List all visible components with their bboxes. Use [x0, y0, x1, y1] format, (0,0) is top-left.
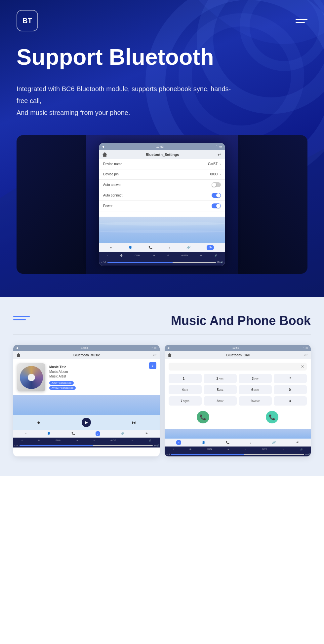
keypad: 1— 2ABC 3DEF * 4GHI 5JKL 6MNO 0· 7PQRS 8… [169, 374, 307, 406]
c-nav-link[interactable]: 🔗 [272, 441, 276, 444]
bt-logo: BT [17, 10, 38, 31]
prev-btn[interactable]: ⏮ [36, 420, 41, 425]
music-controls: ⏮ ▶ ⏭ [13, 415, 160, 430]
setting-power[interactable]: Power [99, 201, 225, 211]
section-lines-icon [13, 316, 30, 320]
avrcp-tag: AVRCP connected [49, 386, 76, 390]
next-btn[interactable]: ⏭ [132, 420, 137, 425]
call-back-icon[interactable]: ↩ [304, 353, 307, 357]
key-2[interactable]: 2ABC [204, 374, 237, 383]
key-0[interactable]: 0· [274, 385, 307, 394]
setting-auto-connect[interactable]: Auto connect [99, 190, 225, 201]
hamburger-menu[interactable] [296, 19, 307, 23]
call-input: ✕ [169, 363, 307, 371]
chevron-icon: › [220, 162, 221, 166]
nav-menu-icon[interactable]: ≡ [110, 246, 112, 249]
redial-btn[interactable]: 📞 [266, 411, 278, 423]
section-divider [13, 335, 311, 335]
home-icon[interactable] [102, 152, 107, 157]
key-4[interactable]: 4GHI [169, 385, 202, 394]
dial-btn[interactable]: 📞 [197, 411, 209, 423]
section-line-1 [13, 316, 30, 317]
music-back-icon[interactable]: ↩ [153, 353, 156, 357]
music-info: Music Title Music Album Music Artist A2D… [49, 365, 77, 390]
status-bar-2: ← 0 ↲ ⊞ 0 🔊 [99, 259, 225, 266]
call-back-arrow: ◀ [167, 346, 169, 349]
music-bottom-nav: ≡ 👤 📞 ♪ 🔗 👁 [13, 430, 160, 438]
key-3[interactable]: 3DEF [239, 374, 272, 383]
music-wave [13, 395, 160, 415]
key-hash[interactable]: # [274, 396, 307, 406]
c-nav-menu-active[interactable]: ≡ [176, 440, 181, 445]
key-7[interactable]: 7PQRS [169, 396, 202, 406]
nav-contact-icon[interactable]: 👤 [128, 246, 132, 249]
section-line-2 [13, 319, 26, 320]
call-bottom-nav: ≡ 👤 📞 ♪ 🔗 👁 [165, 439, 311, 447]
car-screen: ◀ 17:53 ⌃ ▭ Bluetooth_Settings ↩ [99, 143, 225, 266]
setting-device-pin[interactable]: Device pin 0000 › [99, 169, 225, 180]
music-section: Music And Phone Book ◀ 17:53 ⌃ ▭ Bluetoo… [0, 297, 324, 476]
call-wave [165, 429, 311, 439]
setting-auto-answer[interactable]: Auto answer [99, 180, 225, 190]
play-btn[interactable]: ▶ [82, 418, 91, 427]
nav-phone-icon[interactable]: 📞 [148, 246, 152, 249]
music-screen: ◀ 17:53 ⌃ ▭ Bluetooth_Music ↩ ♪ [13, 345, 160, 447]
key-9[interactable]: 9WXYZ [239, 396, 272, 406]
nav-eye-icon[interactable]: 👁 [207, 245, 214, 250]
c-nav-eye[interactable]: 👁 [296, 441, 299, 444]
c-nav-music[interactable]: ♪ [250, 441, 252, 444]
key-star[interactable]: * [274, 374, 307, 383]
key-1[interactable]: 1— [169, 374, 202, 383]
m-status-2: ← 0 ↲ ⊞ 0 🔊 [13, 443, 160, 447]
nav-link-icon[interactable]: 🔗 [186, 246, 190, 249]
c-status-2: ← 0 ↲ ⊞ 0 🔊 [165, 452, 311, 456]
bottom-nav: ≡ 👤 📞 ♪ 🔗 👁 [99, 243, 225, 252]
hero-section: BT Support Bluetooth Integrated with BC6… [0, 0, 324, 297]
power-toggle[interactable] [212, 203, 221, 208]
car-right-panel [238, 135, 307, 274]
c-nav-contact[interactable]: 👤 [202, 441, 205, 444]
wave-area [99, 217, 225, 243]
auto-answer-toggle[interactable] [212, 182, 221, 187]
m-nav-contact[interactable]: 👤 [47, 432, 51, 435]
music-home-icon[interactable] [17, 353, 20, 357]
section-title: Music And Phone Book [171, 314, 311, 328]
m-nav-music-active[interactable]: ♪ [96, 431, 101, 436]
setting-device-name[interactable]: Device name CarBT › [99, 159, 225, 169]
hamburger-line-1 [296, 19, 307, 20]
disc [20, 366, 43, 389]
clear-icon[interactable]: ✕ [301, 364, 304, 369]
hero-description: Integrated with BC6 Bluetooth module, su… [17, 83, 241, 119]
back-arrow: ◀ [102, 145, 104, 148]
music-content: ♪ Music Title Music Album Music Arti [13, 359, 160, 395]
key-8[interactable]: 8TUV [204, 396, 237, 406]
music-nav: Bluetooth_Music ↩ [13, 351, 160, 359]
call-screen-wrapper: ◀ 17:53 ⌃ ▭ Bluetooth_Call ↩ ✕ [165, 345, 311, 456]
call-topbar-time: 17:53 [232, 346, 239, 349]
topbar-time: 17:53 [156, 145, 164, 148]
m-nav-eye[interactable]: 👁 [145, 432, 148, 435]
nav-music-icon[interactable]: ♪ [169, 246, 170, 249]
music-nav-title: Bluetooth_Music [73, 353, 100, 357]
screens-row: ◀ 17:53 ⌃ ▭ Bluetooth_Music ↩ ♪ [13, 345, 311, 456]
key-6[interactable]: 6MNO [239, 385, 272, 394]
key-5[interactable]: 5JKL [204, 385, 237, 394]
car-background: ◀ 17:53 ⌃ ▭ Bluetooth_Settings ↩ [17, 135, 307, 274]
m-nav-phone[interactable]: 📞 [71, 432, 75, 435]
bt-settings-screen: ◀ 17:53 ⌃ ▭ Bluetooth_Settings ↩ [99, 143, 225, 266]
section-header: Music And Phone Book [13, 314, 311, 328]
call-topbar-icons: ⌃ ▭ [303, 346, 308, 349]
m-nav-link[interactable]: 🔗 [121, 432, 124, 435]
topbar-icons: ⌃ ▭ [216, 145, 222, 148]
call-nav: Bluetooth_Call ↩ [165, 351, 311, 359]
auto-connect-toggle[interactable] [212, 193, 221, 198]
car-mockup: ◀ 17:53 ⌃ ▭ Bluetooth_Settings ↩ [17, 135, 307, 274]
m-nav-menu[interactable]: ≡ [25, 432, 26, 435]
call-home-icon[interactable] [168, 353, 172, 357]
c-nav-phone[interactable]: 📞 [226, 441, 229, 444]
call-nav-title: Bluetooth_Call [226, 353, 250, 357]
back-icon[interactable]: ↩ [218, 152, 222, 157]
a2dp-tag: A2DP connected [49, 381, 74, 385]
music-title: Music Title [49, 365, 77, 369]
music-note-icon: ♪ [149, 362, 156, 369]
